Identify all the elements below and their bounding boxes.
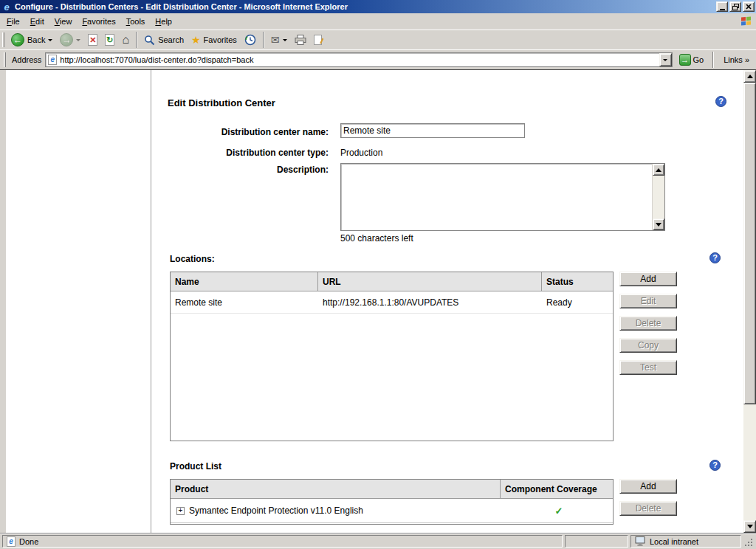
locations-table: Name URL Status Remote site http://192.1… <box>170 272 614 441</box>
distribution-center-name-input[interactable] <box>340 123 525 138</box>
help-icon-products[interactable]: ? <box>709 460 721 471</box>
resize-grip[interactable] <box>743 536 754 548</box>
status-message-panel: e Done <box>2 535 563 548</box>
description-label: Description: <box>151 165 329 175</box>
address-bar: Address e http://localhost:7070/lua/dist… <box>0 49 756 69</box>
product-list-title: Product List <box>170 461 221 472</box>
chars-left-text: 500 characters left <box>340 233 413 244</box>
go-icon: → <box>679 54 691 66</box>
textarea-scrollbar[interactable] <box>652 164 664 230</box>
locations-edit-button[interactable]: Edit <box>619 294 677 308</box>
search-label: Search <box>158 35 184 44</box>
status-text: Done <box>19 537 38 546</box>
back-button[interactable]: ← Back <box>8 32 55 48</box>
products-delete-button[interactable]: Delete <box>619 501 677 516</box>
locations-add-button[interactable]: Add <box>619 272 677 286</box>
favorites-button[interactable]: ★ Favorites <box>188 33 240 46</box>
location-row[interactable]: Remote site http://192.168.1.1:80/AVUPDA… <box>171 291 613 314</box>
edit-button[interactable] <box>311 33 326 47</box>
address-url-text: http://localhost:7070/lua/dist-center.do… <box>60 55 656 64</box>
product-row[interactable]: + Symantec Endpoint Protection v11.0 Eng… <box>171 499 613 523</box>
home-button[interactable]: ⌂ <box>119 32 132 47</box>
mail-button[interactable]: ✉ <box>268 33 290 46</box>
textarea-scroll-up-button[interactable] <box>653 164 664 176</box>
menu-bar: File Edit View Favorites Tools Help <box>0 13 756 30</box>
history-icon <box>244 34 256 46</box>
go-label: Go <box>693 55 704 64</box>
favorites-star-icon: ★ <box>191 35 201 45</box>
forward-dropdown-icon <box>76 39 80 41</box>
vertical-scrollbar[interactable] <box>743 70 756 533</box>
description-textarea[interactable] <box>340 163 665 231</box>
print-button[interactable] <box>292 33 309 46</box>
status-progress-panel <box>565 535 628 548</box>
close-button[interactable] <box>743 1 755 12</box>
stop-button[interactable]: ✕ <box>85 32 100 47</box>
security-zone-panel: Local intranet <box>630 535 741 548</box>
sidebar <box>6 70 151 533</box>
help-icon-locations[interactable]: ? <box>709 252 721 263</box>
go-button[interactable]: → Go <box>676 54 707 66</box>
column-header-url: URL <box>318 272 542 291</box>
window-controls <box>716 1 755 12</box>
search-button[interactable]: Search <box>141 33 187 47</box>
addressbar-separator <box>712 52 714 68</box>
products-table: Product Component Coverage + Symantec En… <box>170 479 614 525</box>
left-gutter <box>0 70 6 533</box>
column-header-name: Name <box>171 272 318 291</box>
textarea-scroll-down-button[interactable] <box>653 218 664 230</box>
home-icon: ⌂ <box>122 34 129 46</box>
menu-favorites[interactable]: Favorites <box>77 15 120 28</box>
print-icon <box>295 35 306 45</box>
favorites-label: Favorites <box>204 35 237 44</box>
edit-page-icon <box>314 35 323 46</box>
arrow-up-icon <box>656 165 662 172</box>
menu-edit[interactable]: Edit <box>25 15 49 28</box>
location-name-cell: Remote site <box>171 297 318 308</box>
forward-button[interactable]: → <box>57 32 83 48</box>
minimize-button[interactable] <box>716 1 728 12</box>
page-content: Edit Distribution Center ? Distribution … <box>151 70 743 533</box>
products-add-button[interactable]: Add <box>619 479 677 494</box>
type-label: Distribution center type: <box>151 148 329 158</box>
mail-dropdown-icon <box>283 39 287 41</box>
menu-help[interactable]: Help <box>150 15 177 28</box>
back-label: Back <box>27 35 45 44</box>
checkmark-icon: ✓ <box>555 505 563 517</box>
arrow-down-icon <box>747 525 753 531</box>
name-label: Distribution center name: <box>151 127 329 137</box>
windows-logo-icon <box>737 13 756 30</box>
locations-delete-button[interactable]: Delete <box>619 316 677 331</box>
history-button[interactable] <box>241 32 259 47</box>
maximize-button[interactable] <box>729 1 741 12</box>
scroll-up-button[interactable] <box>743 70 756 83</box>
products-table-header: Product Component Coverage <box>171 480 613 499</box>
ie-logo-icon: e <box>1 1 12 12</box>
menu-view[interactable]: View <box>49 15 78 28</box>
links-label: Links <box>724 55 743 64</box>
locations-test-button[interactable]: Test <box>619 360 677 375</box>
toolbar-separator <box>136 32 137 48</box>
help-icon-page[interactable]: ? <box>715 96 726 107</box>
links-button[interactable]: Links » <box>720 55 753 64</box>
address-input[interactable]: e http://localhost:7070/lua/dist-center.… <box>45 52 672 67</box>
address-dropdown-button[interactable] <box>659 53 672 66</box>
menu-tools[interactable]: Tools <box>121 15 151 28</box>
expand-icon[interactable]: + <box>176 507 185 515</box>
addressbar-grip[interactable] <box>4 52 6 67</box>
page-title: Edit Distribution Center <box>168 97 275 108</box>
toolbar-grip[interactable] <box>2 32 4 47</box>
close-icon <box>746 4 752 10</box>
column-header-coverage: Component Coverage <box>501 480 613 498</box>
locations-copy-button[interactable]: Copy <box>619 338 677 353</box>
scrollbar-thumb[interactable] <box>743 83 756 404</box>
menu-file[interactable]: File <box>1 15 25 28</box>
refresh-button[interactable]: ↻ <box>102 32 117 47</box>
scroll-down-button[interactable] <box>743 520 756 533</box>
refresh-icon: ↻ <box>105 34 114 46</box>
minimize-icon <box>720 9 725 10</box>
restore-icon <box>732 4 739 10</box>
status-bar: e Done Local intranet <box>0 533 756 549</box>
arrow-down-icon <box>656 223 662 229</box>
toolbar-separator-2 <box>263 32 264 48</box>
